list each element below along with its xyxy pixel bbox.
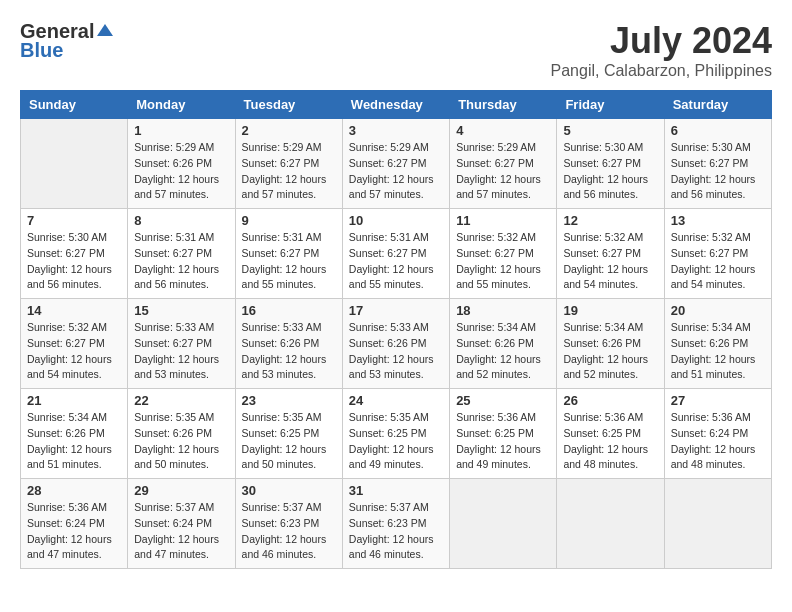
calendar-cell: 31Sunrise: 5:37 AM Sunset: 6:23 PM Dayli…: [342, 479, 449, 569]
calendar-cell: 18Sunrise: 5:34 AM Sunset: 6:26 PM Dayli…: [450, 299, 557, 389]
day-info: Sunrise: 5:33 AM Sunset: 6:26 PM Dayligh…: [242, 320, 336, 383]
calendar-header-row: SundayMondayTuesdayWednesdayThursdayFrid…: [21, 91, 772, 119]
calendar-cell: 3Sunrise: 5:29 AM Sunset: 6:27 PM Daylig…: [342, 119, 449, 209]
day-info: Sunrise: 5:30 AM Sunset: 6:27 PM Dayligh…: [563, 140, 657, 203]
day-info: Sunrise: 5:31 AM Sunset: 6:27 PM Dayligh…: [349, 230, 443, 293]
calendar-cell: 30Sunrise: 5:37 AM Sunset: 6:23 PM Dayli…: [235, 479, 342, 569]
calendar-cell: 9Sunrise: 5:31 AM Sunset: 6:27 PM Daylig…: [235, 209, 342, 299]
day-number: 4: [456, 123, 550, 138]
day-info: Sunrise: 5:31 AM Sunset: 6:27 PM Dayligh…: [134, 230, 228, 293]
calendar-week-row: 7Sunrise: 5:30 AM Sunset: 6:27 PM Daylig…: [21, 209, 772, 299]
day-info: Sunrise: 5:31 AM Sunset: 6:27 PM Dayligh…: [242, 230, 336, 293]
calendar-week-row: 28Sunrise: 5:36 AM Sunset: 6:24 PM Dayli…: [21, 479, 772, 569]
calendar-cell: 14Sunrise: 5:32 AM Sunset: 6:27 PM Dayli…: [21, 299, 128, 389]
calendar-cell: 17Sunrise: 5:33 AM Sunset: 6:26 PM Dayli…: [342, 299, 449, 389]
calendar-cell: 6Sunrise: 5:30 AM Sunset: 6:27 PM Daylig…: [664, 119, 771, 209]
calendar-week-row: 1Sunrise: 5:29 AM Sunset: 6:26 PM Daylig…: [21, 119, 772, 209]
day-number: 3: [349, 123, 443, 138]
day-number: 18: [456, 303, 550, 318]
location-title: Pangil, Calabarzon, Philippines: [551, 62, 772, 80]
logo: General Blue: [20, 20, 113, 62]
day-info: Sunrise: 5:36 AM Sunset: 6:25 PM Dayligh…: [563, 410, 657, 473]
calendar-cell: 13Sunrise: 5:32 AM Sunset: 6:27 PM Dayli…: [664, 209, 771, 299]
logo-triangle-icon: [97, 22, 113, 42]
calendar-week-row: 14Sunrise: 5:32 AM Sunset: 6:27 PM Dayli…: [21, 299, 772, 389]
day-info: Sunrise: 5:35 AM Sunset: 6:25 PM Dayligh…: [349, 410, 443, 473]
day-number: 19: [563, 303, 657, 318]
day-info: Sunrise: 5:36 AM Sunset: 6:24 PM Dayligh…: [671, 410, 765, 473]
day-number: 12: [563, 213, 657, 228]
day-number: 2: [242, 123, 336, 138]
day-number: 25: [456, 393, 550, 408]
day-number: 10: [349, 213, 443, 228]
day-number: 24: [349, 393, 443, 408]
day-info: Sunrise: 5:29 AM Sunset: 6:27 PM Dayligh…: [456, 140, 550, 203]
calendar-cell: 29Sunrise: 5:37 AM Sunset: 6:24 PM Dayli…: [128, 479, 235, 569]
calendar-cell: 5Sunrise: 5:30 AM Sunset: 6:27 PM Daylig…: [557, 119, 664, 209]
svg-marker-0: [97, 24, 113, 36]
calendar-cell: 23Sunrise: 5:35 AM Sunset: 6:25 PM Dayli…: [235, 389, 342, 479]
day-number: 8: [134, 213, 228, 228]
day-info: Sunrise: 5:29 AM Sunset: 6:27 PM Dayligh…: [349, 140, 443, 203]
day-number: 17: [349, 303, 443, 318]
day-info: Sunrise: 5:37 AM Sunset: 6:23 PM Dayligh…: [349, 500, 443, 563]
calendar-cell: 7Sunrise: 5:30 AM Sunset: 6:27 PM Daylig…: [21, 209, 128, 299]
day-number: 28: [27, 483, 121, 498]
day-number: 30: [242, 483, 336, 498]
column-header-wednesday: Wednesday: [342, 91, 449, 119]
day-number: 16: [242, 303, 336, 318]
calendar-cell: 8Sunrise: 5:31 AM Sunset: 6:27 PM Daylig…: [128, 209, 235, 299]
calendar-cell: [557, 479, 664, 569]
calendar-cell: 16Sunrise: 5:33 AM Sunset: 6:26 PM Dayli…: [235, 299, 342, 389]
calendar-cell: [21, 119, 128, 209]
day-info: Sunrise: 5:32 AM Sunset: 6:27 PM Dayligh…: [563, 230, 657, 293]
calendar-cell: 1Sunrise: 5:29 AM Sunset: 6:26 PM Daylig…: [128, 119, 235, 209]
day-number: 21: [27, 393, 121, 408]
day-info: Sunrise: 5:32 AM Sunset: 6:27 PM Dayligh…: [27, 320, 121, 383]
day-info: Sunrise: 5:34 AM Sunset: 6:26 PM Dayligh…: [563, 320, 657, 383]
day-info: Sunrise: 5:33 AM Sunset: 6:26 PM Dayligh…: [349, 320, 443, 383]
day-info: Sunrise: 5:33 AM Sunset: 6:27 PM Dayligh…: [134, 320, 228, 383]
day-info: Sunrise: 5:37 AM Sunset: 6:23 PM Dayligh…: [242, 500, 336, 563]
calendar-cell: 28Sunrise: 5:36 AM Sunset: 6:24 PM Dayli…: [21, 479, 128, 569]
calendar-cell: 25Sunrise: 5:36 AM Sunset: 6:25 PM Dayli…: [450, 389, 557, 479]
calendar-cell: 24Sunrise: 5:35 AM Sunset: 6:25 PM Dayli…: [342, 389, 449, 479]
day-info: Sunrise: 5:29 AM Sunset: 6:26 PM Dayligh…: [134, 140, 228, 203]
day-info: Sunrise: 5:36 AM Sunset: 6:25 PM Dayligh…: [456, 410, 550, 473]
day-number: 20: [671, 303, 765, 318]
calendar-cell: [450, 479, 557, 569]
column-header-monday: Monday: [128, 91, 235, 119]
day-number: 9: [242, 213, 336, 228]
day-number: 27: [671, 393, 765, 408]
day-number: 1: [134, 123, 228, 138]
day-info: Sunrise: 5:29 AM Sunset: 6:27 PM Dayligh…: [242, 140, 336, 203]
day-info: Sunrise: 5:34 AM Sunset: 6:26 PM Dayligh…: [671, 320, 765, 383]
day-info: Sunrise: 5:32 AM Sunset: 6:27 PM Dayligh…: [671, 230, 765, 293]
column-header-sunday: Sunday: [21, 91, 128, 119]
calendar-cell: 15Sunrise: 5:33 AM Sunset: 6:27 PM Dayli…: [128, 299, 235, 389]
column-header-tuesday: Tuesday: [235, 91, 342, 119]
column-header-friday: Friday: [557, 91, 664, 119]
day-number: 22: [134, 393, 228, 408]
day-info: Sunrise: 5:37 AM Sunset: 6:24 PM Dayligh…: [134, 500, 228, 563]
calendar-cell: 20Sunrise: 5:34 AM Sunset: 6:26 PM Dayli…: [664, 299, 771, 389]
day-info: Sunrise: 5:30 AM Sunset: 6:27 PM Dayligh…: [27, 230, 121, 293]
calendar-cell: [664, 479, 771, 569]
day-number: 11: [456, 213, 550, 228]
calendar-cell: 21Sunrise: 5:34 AM Sunset: 6:26 PM Dayli…: [21, 389, 128, 479]
calendar-cell: 11Sunrise: 5:32 AM Sunset: 6:27 PM Dayli…: [450, 209, 557, 299]
day-number: 23: [242, 393, 336, 408]
calendar-week-row: 21Sunrise: 5:34 AM Sunset: 6:26 PM Dayli…: [21, 389, 772, 479]
day-info: Sunrise: 5:36 AM Sunset: 6:24 PM Dayligh…: [27, 500, 121, 563]
calendar-cell: 22Sunrise: 5:35 AM Sunset: 6:26 PM Dayli…: [128, 389, 235, 479]
calendar-cell: 10Sunrise: 5:31 AM Sunset: 6:27 PM Dayli…: [342, 209, 449, 299]
calendar-cell: 2Sunrise: 5:29 AM Sunset: 6:27 PM Daylig…: [235, 119, 342, 209]
day-info: Sunrise: 5:34 AM Sunset: 6:26 PM Dayligh…: [27, 410, 121, 473]
day-info: Sunrise: 5:32 AM Sunset: 6:27 PM Dayligh…: [456, 230, 550, 293]
column-header-thursday: Thursday: [450, 91, 557, 119]
day-info: Sunrise: 5:30 AM Sunset: 6:27 PM Dayligh…: [671, 140, 765, 203]
calendar-cell: 19Sunrise: 5:34 AM Sunset: 6:26 PM Dayli…: [557, 299, 664, 389]
day-number: 29: [134, 483, 228, 498]
day-number: 7: [27, 213, 121, 228]
calendar-cell: 12Sunrise: 5:32 AM Sunset: 6:27 PM Dayli…: [557, 209, 664, 299]
